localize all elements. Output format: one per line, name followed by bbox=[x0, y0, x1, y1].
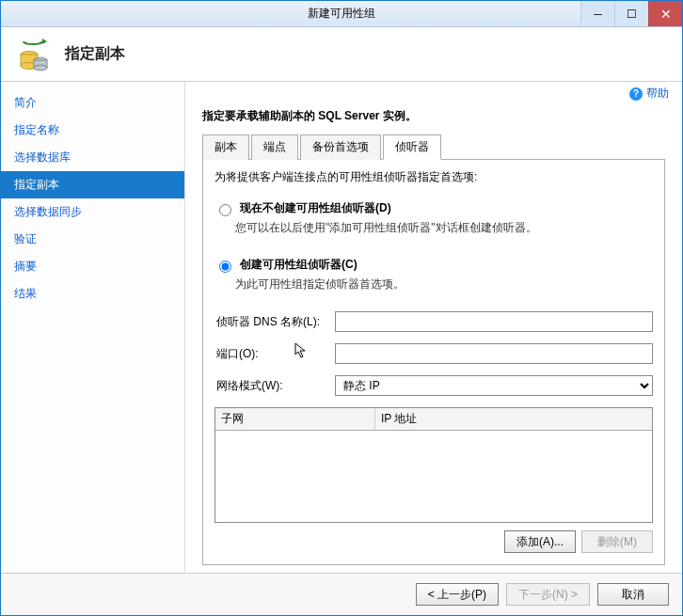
sidebar-item-label: 选择数据同步 bbox=[14, 205, 82, 218]
radio-no-listener-block: 现在不创建可用性组侦听器(D) 您可以在以后使用"添加可用性组侦听器"对话框创建… bbox=[214, 200, 653, 245]
wizard-window: 新建可用性组 ─ ☐ ✕ 指定副本 简介 指定名称 选择数据库 bbox=[0, 0, 683, 616]
ip-address-grid[interactable]: 子网 IP 地址 bbox=[214, 407, 653, 523]
wizard-footer: < 上一步(P) 下一步(N) > 取消 bbox=[1, 573, 682, 615]
tab-backup-pref[interactable]: 备份首选项 bbox=[300, 134, 381, 160]
tab-label: 备份首选项 bbox=[312, 140, 369, 153]
row-network-mode: 网络模式(W): 静态 IP bbox=[214, 375, 653, 396]
radio-create-listener[interactable] bbox=[219, 261, 231, 273]
port-input[interactable] bbox=[335, 343, 653, 364]
dns-name-input[interactable] bbox=[335, 311, 653, 332]
row-dns-name: 侦听器 DNS 名称(L): bbox=[214, 311, 653, 332]
sidebar-item-label: 指定副本 bbox=[14, 178, 59, 191]
sidebar-item-label: 验证 bbox=[14, 232, 37, 245]
wizard-sidebar: 简介 指定名称 选择数据库 指定副本 选择数据同步 验证 摘要 结果 bbox=[1, 82, 185, 573]
tab-endpoints[interactable]: 端点 bbox=[251, 134, 298, 160]
sidebar-item-results[interactable]: 结果 bbox=[1, 280, 184, 308]
wizard-header: 指定副本 bbox=[1, 27, 682, 82]
sidebar-item-label: 选择数据库 bbox=[14, 150, 71, 164]
grid-actions: 添加(A)... 删除(M) bbox=[214, 530, 653, 553]
grid-body[interactable] bbox=[215, 431, 652, 522]
tab-replicas[interactable]: 副本 bbox=[202, 134, 249, 160]
col-ip[interactable]: IP 地址 bbox=[375, 408, 652, 430]
help-link[interactable]: ? 帮助 bbox=[629, 86, 669, 102]
row-port: 端口(O): bbox=[214, 343, 653, 364]
help-icon: ? bbox=[629, 87, 643, 101]
sidebar-item-label: 结果 bbox=[14, 287, 37, 300]
close-button[interactable]: ✕ bbox=[648, 1, 682, 26]
sidebar-item-summary[interactable]: 摘要 bbox=[1, 253, 184, 280]
sidebar-item-specify-name[interactable]: 指定名称 bbox=[1, 117, 184, 144]
panel-caption: 为将提供客户端连接点的可用性组侦听器指定首选项: bbox=[214, 169, 653, 185]
next-button: 下一步(N) > bbox=[506, 583, 590, 606]
database-refresh-icon bbox=[16, 36, 54, 73]
cancel-button[interactable]: 取消 bbox=[597, 583, 669, 606]
col-subnet[interactable]: 子网 bbox=[215, 408, 375, 430]
remove-button: 删除(M) bbox=[581, 530, 653, 553]
add-button[interactable]: 添加(A)... bbox=[504, 530, 576, 553]
sidebar-item-intro[interactable]: 简介 bbox=[1, 89, 184, 117]
sidebar-item-label: 指定名称 bbox=[14, 123, 59, 136]
radio-create-listener-block: 创建可用性组侦听器(C) 为此可用性组指定侦听器首选项。 bbox=[214, 257, 653, 302]
window-controls: ─ ☐ ✕ bbox=[580, 1, 682, 26]
svg-marker-0 bbox=[42, 39, 47, 44]
maximize-button[interactable]: ☐ bbox=[614, 1, 648, 26]
radio-create-listener-label: 创建可用性组侦听器(C) bbox=[240, 257, 357, 273]
instruction-text: 指定要承载辅助副本的 SQL Server 实例。 bbox=[202, 108, 665, 124]
tab-label: 副本 bbox=[214, 140, 237, 153]
sidebar-item-validate[interactable]: 验证 bbox=[1, 226, 184, 253]
title-bar[interactable]: 新建可用性组 ─ ☐ ✕ bbox=[1, 1, 682, 27]
sidebar-item-label: 简介 bbox=[14, 96, 37, 109]
svg-point-6 bbox=[34, 65, 47, 71]
network-mode-select[interactable]: 静态 IP bbox=[335, 375, 653, 396]
sidebar-item-select-db[interactable]: 选择数据库 bbox=[1, 144, 184, 171]
port-label: 端口(O): bbox=[214, 346, 335, 362]
radio-no-listener[interactable] bbox=[219, 204, 231, 216]
tab-listener[interactable]: 侦听器 bbox=[383, 134, 441, 160]
sidebar-item-data-sync[interactable]: 选择数据同步 bbox=[1, 198, 184, 226]
minimize-button[interactable]: ─ bbox=[580, 1, 614, 26]
tab-bar: 副本 端点 备份首选项 侦听器 bbox=[202, 134, 665, 160]
prev-button[interactable]: < 上一步(P) bbox=[416, 583, 499, 606]
tab-label: 侦听器 bbox=[395, 140, 429, 153]
page-title: 指定副本 bbox=[65, 44, 125, 64]
sidebar-item-label: 摘要 bbox=[14, 260, 37, 273]
help-label: 帮助 bbox=[646, 86, 669, 102]
network-mode-label: 网络模式(W): bbox=[214, 378, 335, 394]
grid-header: 子网 IP 地址 bbox=[215, 408, 652, 431]
tab-label: 端点 bbox=[263, 140, 286, 153]
sidebar-item-specify-replicas[interactable]: 指定副本 bbox=[1, 171, 184, 198]
dns-name-label: 侦听器 DNS 名称(L): bbox=[214, 314, 335, 330]
listener-panel: 为将提供客户端连接点的可用性组侦听器指定首选项: 现在不创建可用性组侦听器(D)… bbox=[202, 160, 665, 565]
radio-no-listener-label: 现在不创建可用性组侦听器(D) bbox=[240, 200, 391, 216]
wizard-content: ? 帮助 指定要承载辅助副本的 SQL Server 实例。 副本 端点 备份首… bbox=[185, 82, 682, 573]
radio-create-listener-desc: 为此可用性组指定侦听器首选项。 bbox=[235, 276, 653, 292]
wizard-body: 简介 指定名称 选择数据库 指定副本 选择数据同步 验证 摘要 结果 ? 帮助 … bbox=[1, 82, 682, 573]
radio-no-listener-desc: 您可以在以后使用"添加可用性组侦听器"对话框创建侦听器。 bbox=[235, 220, 653, 236]
